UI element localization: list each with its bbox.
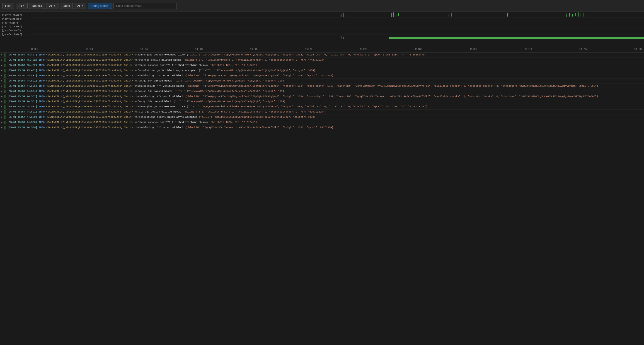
svg-rect-16 [507, 13, 508, 16]
log-row[interactable]: ▶[05-01|15:54:45.432] INFO <2AcRkXTLLtQj… [0, 68, 644, 73]
log-text: [05-01|15:54:44.524] INFO <2AcRkXTLLtQjv… [7, 90, 288, 93]
log-expand-icon[interactable]: ▶ [0, 58, 4, 62]
string-match-input[interactable] [113, 3, 177, 9]
svg-rect-0 [28, 12, 644, 46]
log-expand-icon[interactable]: ▶ [0, 53, 4, 57]
log-row[interactable]: ▶[05-01|15:54:45.432] INFO <2AcRkXTLLtQj… [0, 63, 644, 68]
svg-rect-7 [344, 13, 344, 17]
log-text: [05-01|15:54:45.437] INFO <2AcRkXTLLtQjv… [7, 53, 430, 57]
host-filter-caret: ▼ [23, 5, 25, 7]
chart-label-2: {job="main"} [2, 21, 27, 25]
log-level-bar [4, 100, 6, 103]
xaxis-tick-9: 11:40 [524, 48, 532, 50]
xaxis-tick-1: 11:00 [86, 48, 93, 50]
log-text: [05-01|15:54:45.432] INFO <2AcRkXTLLtQjv… [7, 58, 328, 62]
log-level-bar [4, 95, 6, 98]
log-text: [05-01|15:54:44.521] INFO <2AcRkXTLLtQjv… [7, 79, 288, 83]
log-text: [05-01|15:54:44.581] INFO <2AcRkXTLLtQjv… [7, 110, 328, 114]
xaxis-tick-8: 11:35 [470, 48, 477, 50]
log-expand-icon[interactable]: ▶ [0, 95, 4, 98]
svg-rect-12 [398, 13, 399, 16]
xaxis-tick-2: 11:05 [140, 48, 148, 50]
log-expand-icon[interactable]: ▶ [0, 90, 4, 93]
log-expand-icon[interactable]: ▶ [0, 115, 4, 119]
chart-main: 10:55 11:00 11:05 11:10 11:15 11:20 11:2… [28, 12, 644, 52]
log-text: [05-01|15:54:44.551] INFO <2AcRkXTLLtQjv… [7, 100, 288, 103]
chart-label-3: {job="p-chain"} [2, 25, 27, 28]
log-expand-icon[interactable]: ▶ [0, 74, 4, 78]
log-text: [05-01|15:54:45.432] INFO <2AcRkXTLLtQjv… [7, 64, 259, 67]
log-expand-icon[interactable]: ▶ [0, 84, 4, 88]
xaxis-tick-11: 11:50 [634, 48, 642, 50]
svg-rect-6 [341, 13, 342, 17]
log-row[interactable]: ▶[05-01|15:54:44.524] INFO <2AcRkXTLLtQj… [0, 89, 644, 94]
log-area[interactable]: ▶[05-01|15:54:45.437] INFO <2AcRkXTLLtQj… [0, 52, 644, 345]
log-expand-icon[interactable]: ▶ [0, 121, 4, 124]
log-level-bar [4, 126, 6, 129]
svg-rect-17 [566, 13, 567, 17]
log-level-bar [4, 121, 6, 124]
log-row[interactable]: ▶[05-01|15:54:44.581] INFO <2AcRkXTLLtQj… [0, 110, 644, 115]
log-text: [05-01|15:54:44.580] INFO <2AcRkXTLLtQjv… [7, 115, 318, 119]
log-level-bar [4, 74, 6, 78]
host-button[interactable]: Host [2, 3, 14, 9]
log-level-bar [4, 64, 6, 67]
label-label: Label [63, 4, 70, 7]
log-row[interactable]: ▶[05-01|15:54:44.580] INFO <2AcRkXTLLtQj… [0, 120, 644, 125]
xaxis-tick-5: 11:20 [305, 48, 312, 50]
nodeid-label: NodeID [32, 4, 42, 7]
log-row[interactable]: ▶[05-01|15:54:44.552] INFO <2AcRkXTLLtQj… [0, 94, 644, 99]
string-match-button[interactable]: String Match [88, 3, 112, 9]
host-filter-button[interactable]: All ▼ [16, 3, 28, 9]
svg-rect-19 [572, 14, 573, 16]
log-expand-icon[interactable]: ▶ [0, 64, 4, 67]
log-row[interactable]: ▶[05-01|15:54:45.437] INFO <2AcRkXTLLtQj… [0, 52, 644, 58]
log-text: [05-01|15:54:44.525] INFO <2AcRkXTLLtQjv… [7, 84, 600, 88]
chart-label-4: {job="subnet"} [2, 29, 27, 32]
log-expand-icon[interactable]: ▶ [0, 79, 4, 83]
log-level-bar [4, 69, 6, 72]
host-label: Host [5, 4, 11, 7]
svg-rect-8 [346, 14, 346, 17]
svg-rect-10 [393, 12, 394, 17]
chart-label-0: {job="c-chain"} [2, 13, 27, 17]
log-row[interactable]: ▶[05-01|15:54:44.580] INFO <2AcRkXTLLtQj… [0, 115, 644, 120]
log-row[interactable]: ▶[05-01|15:54:45.432] INFO <2AcRkXTLLtQj… [0, 58, 644, 63]
svg-rect-20 [575, 13, 576, 16]
svg-rect-21 [578, 12, 578, 16]
svg-rect-13 [448, 14, 448, 16]
log-expand-icon[interactable]: ▶ [0, 69, 4, 72]
nodeid-button[interactable]: NodeID [29, 3, 45, 9]
svg-rect-11 [396, 13, 396, 16]
svg-rect-9 [391, 13, 392, 17]
label-filter-button[interactable]: All ▼ [74, 3, 86, 9]
svg-rect-26 [344, 37, 344, 39]
toolbar: Host All ▼ NodeID All ▼ Label All ▼ Stri… [0, 0, 644, 12]
log-text: [05-01|15:54:44.552] INFO <2AcRkXTLLtQjv… [7, 95, 600, 98]
log-row[interactable]: ▶[05-01|15:54:45.431] INFO <2AcRkXTLLtQj… [0, 73, 644, 78]
xaxis-tick-6: 11:25 [360, 48, 367, 50]
log-expand-icon[interactable]: ▶ [0, 110, 4, 114]
xaxis-tick-3: 11:10 [195, 48, 203, 50]
label-button[interactable]: Label [60, 3, 73, 9]
log-expand-icon[interactable]: ▶ [0, 100, 4, 103]
svg-rect-25 [341, 36, 342, 39]
svg-rect-22 [580, 13, 581, 16]
log-row[interactable]: ▶[05-01|15:54:44.583] INFO <2AcRkXTLLtQj… [0, 104, 644, 110]
svg-rect-18 [569, 13, 570, 16]
log-text: [05-01|15:54:44.580] INFO <2AcRkXTLLtQjv… [7, 121, 259, 124]
nodeid-filter-value: All [49, 4, 52, 7]
host-filter-value: All [18, 4, 22, 7]
log-text: [05-01|15:54:44.580] INFO <2AcRkXTLLtQjv… [7, 126, 336, 129]
log-text: [05-01|15:54:44.583] INFO <2AcRkXTLLtQjv… [7, 105, 430, 109]
log-row[interactable]: ▶[05-01|15:54:44.525] INFO <2AcRkXTLLtQj… [0, 84, 644, 89]
log-row[interactable]: ▶[05-01|15:54:44.521] INFO <2AcRkXTLLtQj… [0, 78, 644, 84]
log-expand-icon[interactable]: ▶ [0, 126, 4, 129]
log-row[interactable]: ▶[05-01|15:54:44.551] INFO <2AcRkXTLLtQj… [0, 99, 644, 104]
chart-area: {job="c-chain"} {job="loadtest"} {job="m… [0, 12, 644, 52]
log-level-bar [4, 53, 6, 57]
log-row[interactable]: ▶[05-01|15:54:44.580] INFO <2AcRkXTLLtQj… [0, 125, 644, 130]
nodeid-filter-button[interactable]: All ▼ [46, 3, 58, 9]
svg-rect-14 [451, 13, 452, 16]
log-expand-icon[interactable]: ▶ [0, 105, 4, 109]
